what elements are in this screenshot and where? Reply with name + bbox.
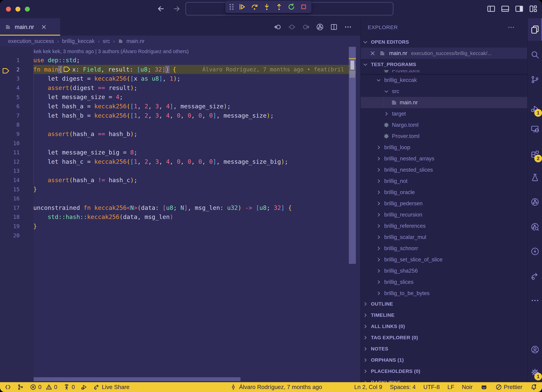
activity-search[interactable] — [528, 44, 542, 66]
activity-settings[interactable]: 1 — [528, 361, 542, 384]
tree-item-brillig-set-slice-of-slice[interactable]: brillig_set_slice_of_slice — [361, 254, 527, 265]
section-all-links-0-[interactable]: ALL LINKS (0) — [361, 321, 527, 332]
ports-indicator[interactable]: 0 — [63, 384, 75, 390]
code-line-8[interactable]: 8 — [0, 120, 360, 129]
debug-restart-icon[interactable] — [287, 3, 295, 11]
more-actions-icon[interactable] — [344, 23, 352, 31]
code-line-4[interactable]: 4 assert(digest == result); — [0, 83, 360, 93]
code-line-3[interactable]: 3 let digest = keccak256([x as u8], 1); — [0, 74, 360, 83]
tree-item-brillig-to-be-bytes[interactable]: brillig_to_be_bytes — [361, 288, 527, 299]
open-editor-item-main-nr[interactable]: main.nr execution_success/brillig_keccak… — [361, 48, 527, 59]
tree-item-brillig-nested-arrays[interactable]: brillig_nested_arrays — [361, 153, 527, 164]
code-line-5[interactable]: 5 let message_size = 4; — [0, 93, 360, 102]
tree-item-prover-toml[interactable]: Prover.toml — [361, 131, 527, 142]
customize-layout-icon[interactable] — [529, 4, 538, 13]
code-line-15[interactable]: 15} — [0, 185, 360, 194]
code-line-14[interactable]: 14 assert(hash_a != hash_c); — [0, 175, 360, 185]
tree-item-prover-toml[interactable]: Prover.toml — [361, 70, 527, 74]
tree-item-brillig-nested-slices[interactable]: brillig_nested_slices — [361, 164, 527, 175]
debug-stop-icon[interactable] — [300, 3, 308, 11]
breadcrumb-item[interactable]: main.nr — [126, 38, 144, 44]
debug-current-line-marker-icon[interactable] — [2, 67, 10, 75]
code-line-10[interactable]: 10 — [0, 138, 360, 148]
drag-grip-icon[interactable] — [229, 3, 234, 11]
code-line-13[interactable]: 13 — [0, 166, 360, 175]
activity-live-share[interactable] — [528, 265, 542, 288]
section-backlinks[interactable]: BACKLINKS — [361, 377, 527, 382]
notifications-bell-icon[interactable] — [530, 383, 537, 391]
close-window-button[interactable] — [6, 7, 11, 11]
tab-main-nr[interactable]: main.nr — [0, 18, 60, 36]
inline-breakpoint-marker-icon[interactable] — [63, 65, 71, 73]
activity-account[interactable] — [528, 338, 542, 361]
workspace-section-header[interactable]: TEST_PROGRAMS — [361, 59, 527, 70]
code-line-7[interactable]: 7 let hash_b = keccak256([1, 2, 3, 4, 0,… — [0, 111, 360, 120]
tree-item-brillig-slices[interactable]: brillig_slices — [361, 277, 527, 288]
activity-explorer[interactable] — [528, 18, 542, 41]
activity-graph-search[interactable] — [528, 216, 542, 238]
github-octoface-icon[interactable] — [480, 383, 488, 391]
tree-item-brillig-pedersen[interactable]: brillig_pedersen — [361, 198, 527, 209]
cursor-position[interactable]: Ln 2, Col 9 — [354, 384, 382, 390]
breadcrumb-item[interactable]: execution_success — [8, 38, 54, 44]
debug-console-icon[interactable] — [81, 384, 87, 390]
status-bar-commit[interactable]: Álvaro Rodríguez, 7 months ago — [230, 382, 322, 392]
code-line-12[interactable]: 12 let hash_c = keccak256([1, 2, 3, 4, 0… — [0, 157, 360, 166]
section-notes[interactable]: NOTES — [361, 343, 527, 354]
encoding[interactable]: UTF-8 — [423, 384, 440, 390]
minimize-window-button[interactable] — [16, 7, 20, 11]
close-editor-icon[interactable] — [370, 50, 375, 56]
code-line-17[interactable]: 17unconstrained fn keccak256<N>(data: [u… — [0, 203, 360, 212]
dependency-graph-action-icon[interactable] — [316, 23, 324, 31]
section-outline[interactable]: OUTLINE — [361, 298, 527, 310]
formatter-status[interactable]: Prettier — [495, 384, 522, 390]
tree-item-main-nr[interactable]: main.nr — [361, 97, 527, 108]
activity-testing[interactable] — [528, 166, 542, 189]
code-line-20[interactable]: 20 — [0, 231, 360, 240]
tree-item-brillig-schnorr[interactable]: brillig_schnorr — [361, 243, 527, 254]
activity-thunder[interactable] — [528, 240, 542, 263]
debug-step-into-icon[interactable] — [263, 3, 271, 11]
activity-extensions[interactable]: 2 — [528, 143, 542, 165]
open-editors-section-header[interactable]: OPEN EDITORS — [361, 37, 527, 48]
tree-item-brillig-keccak[interactable]: brillig_keccak — [361, 75, 527, 86]
tree-item-brillig-sha256[interactable]: brillig_sha256 — [361, 265, 527, 277]
vertical-scrollbar[interactable] — [349, 47, 356, 264]
toggle-panel-icon[interactable] — [501, 4, 510, 13]
toggle-primary-sidebar-icon[interactable] — [487, 4, 496, 13]
section-timeline[interactable]: TIMELINE — [361, 310, 527, 321]
live-share-status[interactable]: Live Share — [93, 384, 130, 390]
language-mode[interactable]: Noir — [462, 384, 473, 390]
tree-item-target[interactable]: target — [361, 108, 527, 119]
code-line-1[interactable]: 1use dep::std; — [0, 56, 360, 65]
go-forward-icon[interactable] — [302, 23, 310, 31]
section-orphans-1-[interactable]: ORPHANS (1) — [361, 354, 527, 366]
remote-indicator-icon[interactable] — [5, 384, 11, 390]
code-editor[interactable]: kek kek kek, 3 months ago | 3 authors (Á… — [0, 47, 360, 382]
problems-indicator[interactable]: 0 0 — [30, 384, 57, 390]
code-line-6[interactable]: 6 let hash_a = keccak256([1, 2, 3, 4], m… — [0, 102, 360, 111]
breadcrumb-item[interactable]: brillig_keccak — [62, 38, 95, 44]
tree-item-brillig-oracle[interactable]: brillig_oracle — [361, 187, 527, 198]
tree-item-brillig-references[interactable]: brillig_references — [361, 220, 527, 232]
code-line-19[interactable]: 19} — [0, 222, 360, 231]
zoom-window-button[interactable] — [25, 7, 30, 11]
tree-item-brillig-loop[interactable]: brillig_loop — [361, 142, 527, 153]
code-line-9[interactable]: 9 assert(hash_a == hash_b); — [0, 129, 360, 139]
git-graph-icon[interactable] — [17, 384, 24, 390]
indentation[interactable]: Spaces: 4 — [390, 384, 416, 390]
tree-item-brillig-recursion[interactable]: brillig_recursion — [361, 209, 527, 220]
explorer-more-actions-icon[interactable] — [507, 23, 515, 31]
tree-item-src[interactable]: src — [361, 86, 527, 97]
go-last-location-icon[interactable] — [288, 23, 296, 31]
tab-close-icon[interactable] — [41, 24, 47, 30]
nav-back-icon[interactable] — [157, 5, 165, 13]
section-tag-explorer-0-[interactable]: TAG EXPLORER (0) — [361, 332, 527, 343]
activity-more[interactable] — [528, 289, 542, 312]
section-placeholders-0-[interactable]: PLACEHOLDERS (0) — [361, 366, 527, 377]
eol-sequence[interactable]: LF — [448, 384, 454, 390]
horizontal-scrollbar[interactable] — [34, 377, 240, 381]
toggle-secondary-sidebar-icon[interactable] — [515, 4, 524, 13]
breadcrumb-item[interactable]: src — [103, 38, 110, 44]
code-line-2[interactable]: 2fn main(x: Field, result: [u8; 32]) {Ál… — [0, 65, 360, 74]
